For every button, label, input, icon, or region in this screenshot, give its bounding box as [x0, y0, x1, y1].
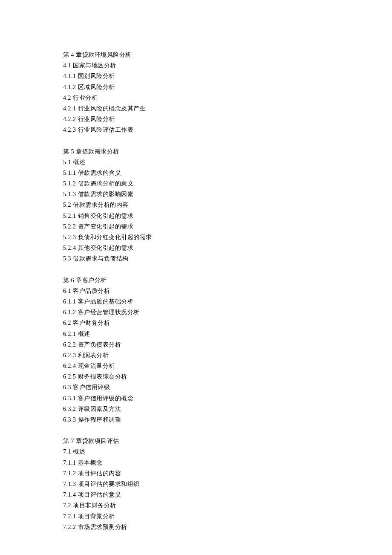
toc-line: 6.1 客户品质分析: [63, 286, 329, 296]
toc-line: 5.2.1 销售变化引起的需求: [63, 211, 329, 221]
toc-line: 6.1.1 客户品质的基础分析: [63, 296, 329, 307]
toc-line: 6.1.2 客户经营管理状况分析: [63, 307, 329, 318]
toc-line: 7.2.2 市场需求预测分析: [63, 522, 329, 532]
toc-line: 7.1.4 项目评估的意义: [63, 489, 329, 500]
toc-line: 6.3 客户信用评级: [63, 382, 329, 393]
toc-line: 7.2.1 项目背景分析: [63, 511, 329, 522]
toc-line: 5.2.4 其他变化引起的需求: [63, 243, 329, 253]
toc-line: 5.1.2 借款需求分析的意义: [63, 178, 329, 189]
toc-line: 7.1 概述: [63, 446, 329, 457]
toc-line: 6.3.2 评级因素及方法: [63, 404, 329, 414]
toc-line: 6.2.5 财务报表综合分析: [63, 371, 329, 382]
toc-line: 5.2.3 负债和分红变化引起的需求: [63, 232, 329, 243]
toc-line: 5.1.1 借款需求的含义: [63, 168, 329, 178]
toc-line: 7.1.2 项目评估的内容: [63, 468, 329, 479]
toc-line: 第 6 章客户分析: [63, 275, 329, 286]
toc-line: 5.1 概述: [63, 157, 329, 168]
toc-line: 7.1.3 项目评估的要求和组织: [63, 479, 329, 489]
toc-line: 4.2.3 行业风险评估工作表: [63, 124, 329, 135]
toc-line: 第 4 章贷款环境风险分析: [63, 49, 329, 60]
toc-line: 4.2.1 行业风险的概念及其产生: [63, 103, 329, 114]
toc-line: 5.2 借款需求分析的内容: [63, 199, 329, 210]
toc-line: 5.2.2 资产变化引起的需求: [63, 221, 329, 232]
toc-line: 6.2.2 资产负债表分析: [63, 339, 329, 350]
toc-line: 6.2.4 现金流量分析: [63, 361, 329, 371]
toc-line: 6.2.3 利润表分析: [63, 350, 329, 361]
toc-line: 5.3 借款需求与负债结构: [63, 253, 329, 264]
chapter-6-block: 第 6 章客户分析 6.1 客户品质分析 6.1.1 客户品质的基础分析 6.1…: [63, 275, 329, 425]
chapter-7-block: 第 7 章贷款项目评估 7.1 概述 7.1.1 基本概念 7.1.2 项目评估…: [63, 436, 329, 532]
toc-line: 6.3.1 客户信用评级的概念: [63, 393, 329, 404]
toc-line: 4.1.2 区域风险分析: [63, 82, 329, 92]
toc-line: 第 5 章借款需求分析: [63, 146, 329, 157]
toc-line: 4.2.2 行业风险分析: [63, 114, 329, 124]
toc-line: 第 7 章贷款项目评估: [63, 436, 329, 446]
chapter-5-block: 第 5 章借款需求分析 5.1 概述 5.1.1 借款需求的含义 5.1.2 借…: [63, 146, 329, 264]
document-page: 第 4 章贷款环境风险分析 4.1 国家与地区分析 4.1.1 国别风险分析 4…: [0, 0, 392, 532]
toc-line: 4.2 行业分析: [63, 92, 329, 103]
toc-line: 4.1.1 国别风险分析: [63, 71, 329, 81]
toc-line: 4.1 国家与地区分析: [63, 60, 329, 71]
toc-line: 6.2.1 概述: [63, 329, 329, 339]
toc-line: 5.1.3 借款需求的影响因素: [63, 189, 329, 199]
toc-line: 6.3.3 操作程序和调整: [63, 414, 329, 425]
toc-line: 7.1.1 基本概念: [63, 457, 329, 468]
toc-line: 6.2 客户财务分析: [63, 318, 329, 328]
toc-line: 7.2 项目非财务分析: [63, 500, 329, 511]
chapter-4-block: 第 4 章贷款环境风险分析 4.1 国家与地区分析 4.1.1 国别风险分析 4…: [63, 49, 329, 136]
